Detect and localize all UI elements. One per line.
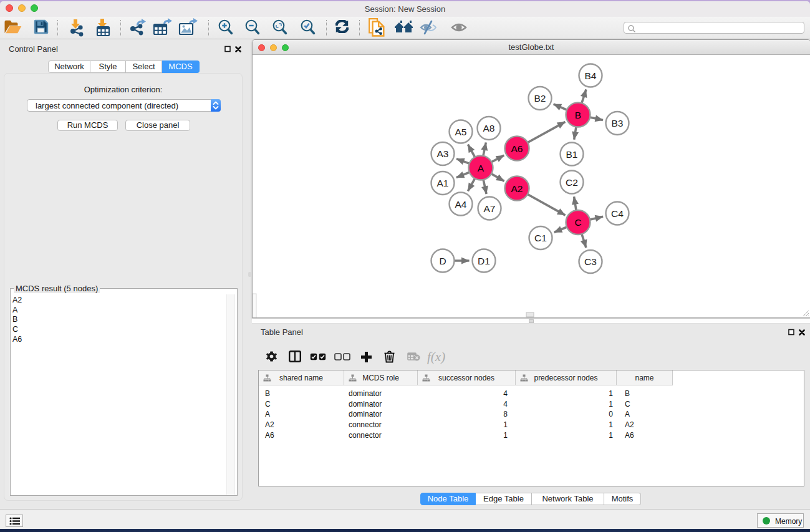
svg-text:A8: A8 bbox=[483, 123, 495, 133]
svg-text:A7: A7 bbox=[484, 203, 496, 214]
svg-text:A: A bbox=[478, 163, 485, 173]
svg-text:B3: B3 bbox=[612, 118, 624, 128]
svg-text:A2: A2 bbox=[511, 183, 523, 194]
svg-text:A4: A4 bbox=[455, 199, 467, 210]
svg-text:A3: A3 bbox=[437, 148, 449, 159]
svg-text:B: B bbox=[575, 110, 581, 120]
svg-text:D1: D1 bbox=[478, 256, 490, 266]
svg-text:C2: C2 bbox=[566, 177, 578, 188]
svg-text:C4: C4 bbox=[611, 208, 624, 219]
svg-text:C1: C1 bbox=[534, 233, 547, 243]
svg-text:B1: B1 bbox=[566, 149, 578, 160]
svg-text:C: C bbox=[574, 217, 581, 228]
svg-text:C3: C3 bbox=[584, 256, 597, 267]
svg-text:B2: B2 bbox=[534, 93, 546, 104]
svg-text:B4: B4 bbox=[585, 70, 597, 81]
svg-text:A6: A6 bbox=[511, 143, 523, 154]
svg-text:A5: A5 bbox=[455, 127, 467, 137]
svg-text:A1: A1 bbox=[437, 178, 449, 188]
svg-text:D: D bbox=[439, 256, 446, 266]
